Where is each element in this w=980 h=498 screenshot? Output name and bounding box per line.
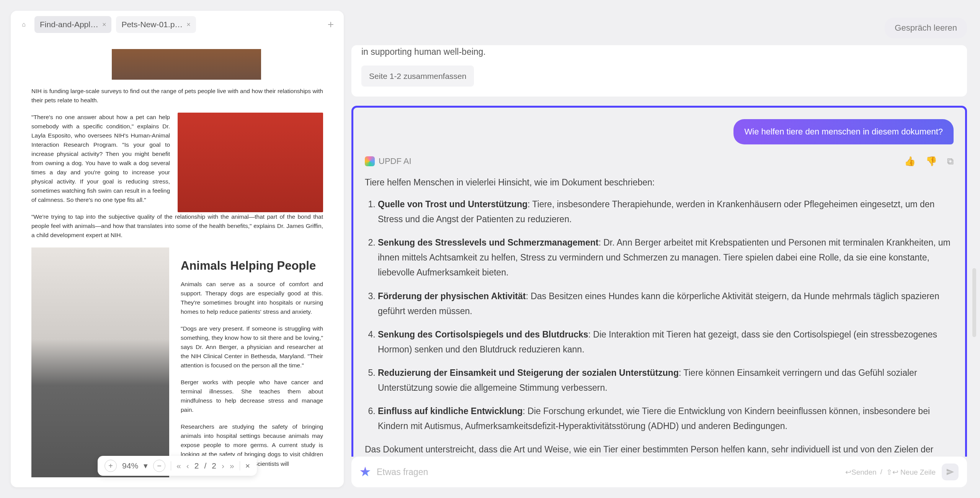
ai-item-title: Förderung der physischen Aktivität — [378, 291, 526, 301]
hint-send: ↩Senden — [845, 468, 877, 477]
chat-input-bar: ↩Senden / ⇧↩ Neue Zeile — [351, 457, 967, 487]
doc-paragraph: NIH is funding large-scale surveys to fi… — [31, 87, 323, 105]
scrollbar[interactable] — [972, 268, 976, 337]
message-text: in supporting human well-being. — [361, 45, 957, 59]
ai-list-item: Senkung des Cortisolspiegels und des Blu… — [378, 327, 954, 357]
ai-list-item: Senkung des Stresslevels und Schmerzmana… — [378, 235, 954, 280]
user-message: Wie helfen tiere den menschen in diesem … — [365, 119, 954, 144]
ai-item-title: Quelle von Trost und Unterstützung — [378, 199, 528, 209]
ai-item-title: Reduzierung der Einsamkeit und Steigerun… — [378, 368, 679, 378]
thumbs-up-icon[interactable]: 👍 — [904, 156, 916, 167]
ai-list: Quelle von Trost und Unterstützung: Tier… — [365, 197, 954, 434]
ai-list-item: Quelle von Trost und Unterstützung: Tier… — [378, 197, 954, 227]
ai-item-title: Einfluss auf kindliche Entwicklung — [378, 406, 523, 416]
ai-item-title: Senkung des Cortisolspiegels und des Blu… — [378, 329, 588, 339]
close-icon[interactable]: × — [186, 21, 191, 29]
doc-paragraph: "We're trying to tap into the subjective… — [31, 212, 323, 240]
close-toolbar-button[interactable]: × — [245, 461, 250, 470]
tab-label: Find-and-Appl… — [40, 20, 98, 29]
copy-icon[interactable]: ⧉ — [947, 156, 954, 167]
page-of: / — [204, 461, 206, 470]
separator — [171, 461, 171, 470]
document-page: NIH is funding large-scale surveys to fi… — [16, 38, 338, 477]
tabs-bar: ⌂ Find-and-Appl… × Pets-New-01.p… × + — [11, 11, 344, 38]
home-button[interactable]: ⌂ — [18, 18, 30, 31]
ai-list-item: Einfluss auf kindliche Entwicklung: Die … — [378, 404, 954, 434]
pdf-panel: ⌂ Find-and-Appl… × Pets-New-01.p… × + NI… — [11, 11, 344, 487]
next-page-button[interactable]: › — [222, 461, 224, 470]
clear-chat-button[interactable]: Gespräch leeren — [885, 18, 967, 38]
input-hints: ↩Senden / ⇧↩ Neue Zeile — [845, 468, 936, 477]
ai-list-item: Förderung der physischen Aktivität: Das … — [378, 289, 954, 319]
tab-pets-new[interactable]: Pets-New-01.p… × — [116, 16, 196, 33]
send-button[interactable] — [942, 464, 959, 480]
chat-input[interactable] — [377, 467, 839, 477]
zoom-percent: 94% — [122, 461, 138, 470]
doc-image-strip — [112, 49, 261, 80]
doc-heading: Animals Helping People — [181, 259, 323, 273]
doc-paragraph: Berger works with people who have cancer… — [181, 378, 323, 414]
last-page-button[interactable]: » — [230, 461, 234, 470]
page-total: 2 — [212, 461, 216, 470]
zoom-out-button[interactable]: − — [153, 460, 165, 472]
zoom-in-button[interactable]: + — [105, 460, 117, 472]
selected-exchange: Wie helfen tiere den menschen in diesem … — [351, 106, 967, 457]
add-tab-button[interactable]: + — [328, 18, 334, 31]
doc-image-cat — [31, 247, 169, 477]
separator — [240, 461, 240, 470]
ai-name: UPDF AI — [379, 156, 412, 166]
zoom-dropdown-icon[interactable]: ▾ — [144, 461, 148, 470]
chat-body[interactable]: in supporting human well-being. Seite 1-… — [349, 45, 969, 457]
document-viewport[interactable]: NIH is funding large-scale surveys to fi… — [11, 38, 344, 487]
zoom-toolbar: + 94% ▾ − « ‹ 2 / 2 › » × — [98, 456, 257, 476]
ai-intro: Tiere helfen Menschen in vielerlei Hinsi… — [365, 175, 954, 190]
home-icon: ⌂ — [22, 21, 26, 28]
doc-paragraph: "There's no one answer about how a pet c… — [31, 113, 170, 205]
ai-item-title: Senkung des Stresslevels und Schmerzmana… — [378, 238, 598, 247]
user-message-text: Wie helfen tiere den menschen in diesem … — [733, 119, 954, 144]
chat-header: Gespräch leeren — [349, 11, 969, 45]
doc-paragraph: Animals can serve as a source of comfort… — [181, 280, 323, 316]
hint-sep: / — [880, 468, 882, 476]
tab-find-and-apply[interactable]: Find-and-Appl… × — [34, 16, 111, 33]
prev-page-button[interactable]: ‹ — [186, 461, 189, 470]
ai-message-header: UPDF AI 👍 👎 ⧉ — [365, 156, 954, 167]
previous-message: in supporting human well-being. Seite 1-… — [351, 45, 967, 97]
updf-ai-logo-icon — [365, 156, 375, 166]
sparkle-icon — [360, 467, 371, 477]
thumbs-down-icon[interactable]: 👎 — [926, 156, 937, 167]
suggestion-chip[interactable]: Seite 1-2 zusammenfassen — [361, 66, 474, 87]
tab-label: Pets-New-01.p… — [121, 20, 183, 29]
send-icon — [946, 468, 954, 476]
close-icon[interactable]: × — [102, 21, 106, 29]
ai-response: Tiere helfen Menschen in vielerlei Hinsi… — [365, 175, 954, 457]
page-current[interactable]: 2 — [194, 461, 199, 470]
ai-outro: Das Dokument unterstreicht, dass die Art… — [365, 442, 954, 457]
hint-newline: ⇧↩ Neue Zeile — [886, 468, 936, 477]
ai-list-item: Reduzierung der Einsamkeit und Steigerun… — [378, 365, 954, 395]
chat-panel: Gespräch leeren in supporting human well… — [344, 0, 980, 498]
doc-paragraph: "Dogs are very present. If someone is st… — [181, 324, 323, 370]
first-page-button[interactable]: « — [176, 461, 181, 470]
doc-image-dogs — [178, 113, 323, 212]
